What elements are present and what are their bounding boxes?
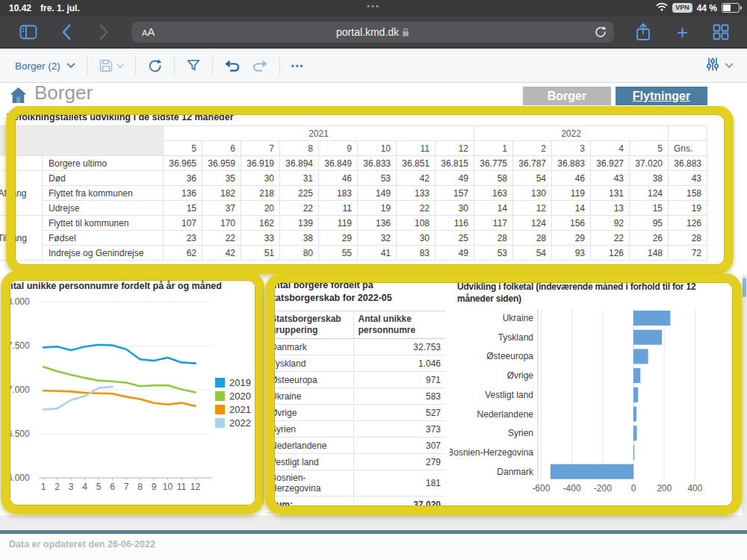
status-bar: 10.42 fre. 1. jul. ••• VPN 44 % <box>0 0 747 16</box>
bar-label: Bosnien-Herzegovina <box>450 447 533 458</box>
sidebar-icon[interactable] <box>19 25 37 43</box>
bar-chart-panel: Udvikling i folketal (indeværende måned … <box>450 275 743 515</box>
bar-label: Tyskland <box>498 332 533 343</box>
citizenship-panel: Antal borgere fordelt på statsborgerskab… <box>266 275 448 515</box>
bar-chart-svg: -600-400-2000200400UkraineTysklandØsteeu… <box>450 306 743 505</box>
more-button[interactable]: ••• <box>291 61 305 70</box>
pop-row: Fødsel2322333829323025282829222628 <box>0 231 707 246</box>
pop-row: Flyttet fra kommunen13618221822518314913… <box>0 186 707 201</box>
bar-label: Østeeuropa <box>486 351 533 361</box>
bar-chart-title: Udvikling i folketal (indeværende måned … <box>457 281 734 305</box>
address-bar[interactable]: AA portal.kmd.dk <box>131 22 614 43</box>
pop-row: Indrejse og Genindrejse62425180554183495… <box>0 246 707 261</box>
toolbar-divider <box>279 56 280 75</box>
bar <box>633 330 662 345</box>
battery-percent: 44 % <box>697 3 717 13</box>
svg-text:3: 3 <box>69 482 74 492</box>
pop-row: AfgangDød3635303146534249585446433843 <box>0 171 707 186</box>
view-switcher-label: Borger (2) <box>15 60 61 72</box>
bar-label: Nederlandene <box>477 409 534 420</box>
svg-text:6: 6 <box>110 482 115 492</box>
svg-text:10: 10 <box>163 482 173 492</box>
url-text: portal.kmd.dk <box>131 22 614 43</box>
svg-text:2: 2 <box>55 482 60 492</box>
filter-button[interactable] <box>186 58 201 73</box>
legend-swatch-2022 <box>215 418 225 428</box>
chevron-down-icon <box>117 63 124 69</box>
bar-label: Vestligt land <box>485 390 533 400</box>
share-icon[interactable] <box>635 22 651 45</box>
settings-sliders-icon[interactable] <box>706 57 719 75</box>
cit-sum-row: Sum:37.020 <box>266 497 445 513</box>
bar <box>633 368 640 383</box>
svg-text:9: 9 <box>152 482 157 492</box>
bar <box>633 388 638 402</box>
refresh-button[interactable] <box>147 58 163 74</box>
row-group-label <box>0 156 43 171</box>
cit-row: Øvrige527 <box>266 405 445 421</box>
cit-row: Bosnien-Herzegovina181 <box>266 470 445 497</box>
series-line-2019 <box>43 345 196 364</box>
svg-text:1: 1 <box>41 482 46 492</box>
svg-text:-600: -600 <box>532 483 550 494</box>
toolbar-divider <box>174 56 175 75</box>
citizenship-title: Antal borgere fordelt på statsborgerskab… <box>267 279 441 305</box>
tab-borger[interactable]: Borger <box>523 87 611 105</box>
population-table-title: Befolkningstallets udvikling i de sidste… <box>7 112 234 122</box>
cit-row: Østeeuropa971 <box>266 372 445 388</box>
svg-text:400: 400 <box>687 483 702 494</box>
browser-toolbar: AA portal.kmd.dk + <box>0 16 747 48</box>
bar-label: Syrien <box>508 428 533 438</box>
forward-icon[interactable] <box>99 24 109 43</box>
cit-row: Syrien373 <box>266 421 445 438</box>
ipad-screen: 10.42 fre. 1. jul. ••• VPN 44 % AA porta… <box>0 0 747 560</box>
legend-label-2022: 2022 <box>229 417 251 429</box>
reload-icon[interactable] <box>594 25 607 39</box>
legend-swatch-2021 <box>215 405 225 414</box>
wifi-icon <box>656 2 668 13</box>
toolbar-divider <box>212 56 213 75</box>
bar <box>633 311 670 326</box>
bar <box>633 445 634 460</box>
view-switcher[interactable]: Borger (2) <box>15 60 75 72</box>
svg-text:5: 5 <box>96 482 102 492</box>
pop-header-years: 20212022 <box>0 126 707 141</box>
home-icon[interactable] <box>9 87 28 107</box>
save-button[interactable] <box>99 58 124 73</box>
redo-button[interactable] <box>252 59 268 73</box>
new-tab-icon[interactable]: + <box>677 23 688 41</box>
page-title: Borger <box>34 81 93 105</box>
dashboard-content: Befolkningstallets udvikling i de sidste… <box>0 106 747 530</box>
chevron-down-icon[interactable] <box>725 63 734 69</box>
svg-text:11: 11 <box>177 482 187 492</box>
footer: Data er opdateret den 26-06-2022 <box>0 534 747 560</box>
cit-row: Vestligt land279 <box>266 454 445 470</box>
toolbar-divider <box>87 56 87 75</box>
back-icon[interactable] <box>61 24 72 43</box>
cit-row: Danmark32.753 <box>266 339 445 355</box>
tab-flytninger[interactable]: Flytninger <box>616 87 707 105</box>
legend-label-2019: 2019 <box>229 377 251 388</box>
tabs-icon[interactable] <box>713 24 729 43</box>
cit-row: Ukraine583 <box>266 388 445 405</box>
svg-text:7: 7 <box>124 482 129 492</box>
svg-text:0: 0 <box>631 483 636 494</box>
line-chart-svg: 38.00037.50037.00036.50036.0001234567891… <box>0 291 266 511</box>
scrollbar-thumb[interactable] <box>743 278 746 297</box>
legend-label-2021: 2021 <box>229 404 251 415</box>
scrollbar-track[interactable] <box>742 275 747 515</box>
cit-row: Nederlandene307 <box>266 438 445 454</box>
svg-text:36.500: 36.500 <box>2 429 30 439</box>
bar <box>633 426 637 441</box>
battery-icon <box>722 3 740 13</box>
legend-swatch-2020 <box>215 391 225 401</box>
bar-label: Danmark <box>497 467 534 477</box>
cit-row: Tyskland1.046 <box>266 355 445 372</box>
cit-header: Statsborgerskab grupperingAntal unikke p… <box>266 311 445 339</box>
row-group-label: Afgang <box>0 171 43 216</box>
svg-text:36.000: 36.000 <box>2 473 30 483</box>
undo-button[interactable] <box>224 59 241 73</box>
page-header: Borger Borger Flytninger <box>0 84 747 106</box>
lock-icon <box>402 28 409 37</box>
toolbar-divider <box>135 56 136 75</box>
